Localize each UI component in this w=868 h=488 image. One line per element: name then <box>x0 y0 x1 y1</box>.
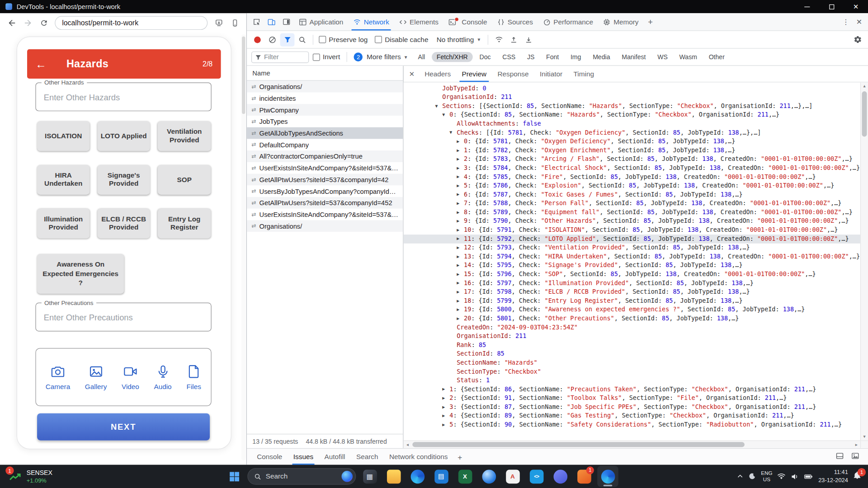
request-row[interactable]: ⇄PtwCompany <box>247 104 403 116</box>
language-indicator[interactable]: ENG US <box>761 470 772 483</box>
filter-chip-css[interactable]: CSS <box>497 52 520 62</box>
install-app-icon[interactable] <box>212 15 226 30</box>
next-button[interactable]: NEXT <box>37 413 210 441</box>
inspect-element-icon[interactable] <box>249 13 264 30</box>
filter-input[interactable] <box>264 53 299 61</box>
horizontal-scrollbar[interactable]: ◀ ▶ <box>404 441 860 448</box>
media-button-gallery[interactable]: Gallery <box>85 364 107 390</box>
horizontal-scrollbar-thumb[interactable] <box>412 442 745 447</box>
filter-chip-font[interactable]: Font <box>541 52 564 62</box>
drawer-tab-network-conditions[interactable]: Network conditions <box>384 449 453 465</box>
media-button-audio[interactable]: Audio <box>154 364 171 390</box>
media-panel-icon[interactable] <box>851 452 859 462</box>
json-tree-line[interactable]: ▼Checks: [{Id: 5781, Check: "Oxygen Defi… <box>404 128 860 137</box>
vertical-scrollbar-thumb[interactable] <box>862 91 867 136</box>
other-precautions-input[interactable] <box>36 303 211 331</box>
filter-chip-other[interactable]: Other <box>704 52 730 62</box>
close-button[interactable]: ✕ <box>844 0 868 13</box>
json-tree-line[interactable]: ▶1: {SectionId: 86, SectionName: "Precau… <box>404 385 860 394</box>
filter-toggle-button[interactable] <box>280 33 295 46</box>
hazard-option-button-hira-undertaken[interactable]: HIRA Undertaken <box>37 165 90 195</box>
hazard-option-button-loto-applied[interactable]: LOTO Applied <box>98 121 150 151</box>
json-tree-line[interactable]: ▶5: {SectionId: 90, SectionName: "Safety… <box>404 421 860 430</box>
filter-chip-ws[interactable]: WS <box>652 52 673 62</box>
media-button-files[interactable]: Files <box>186 364 201 390</box>
other-hazards-input[interactable] <box>36 83 211 111</box>
request-row[interactable]: ⇄GetAllJobTypesAndSections <box>247 127 403 139</box>
filter-chip-img[interactable]: Img <box>566 52 586 62</box>
wifi-icon[interactable] <box>778 472 786 480</box>
json-tree-line[interactable]: ▶8: {Id: 5789, Check: "Equipment fall", … <box>404 208 860 217</box>
json-tree-line[interactable]: ▶2: {Id: 5783, Check: "Arcing / Flash", … <box>404 155 860 164</box>
page-scrollbar[interactable] <box>241 34 246 460</box>
json-tree-line[interactable]: ▶6: {Id: 5787, Check: "Toxic Gases / Fum… <box>404 190 860 199</box>
json-tree-line[interactable]: ▶11: {Id: 5792, Check: "LOTO Applied", S… <box>404 235 860 244</box>
dock-side-icon[interactable] <box>279 13 294 30</box>
json-tree-line[interactable]: ▶16: {Id: 5797, Check: "Illumination Pro… <box>404 279 860 288</box>
request-row[interactable]: ⇄JobTypes <box>247 116 403 127</box>
filter-chip-wasm[interactable]: Wasm <box>675 52 702 62</box>
taskbar-app-microsoft-store-icon[interactable]: ▤ <box>431 466 452 487</box>
taskbar-app-photos-app-icon[interactable]: ▦ <box>359 466 381 487</box>
taskbar-app-blue-circle-app-icon[interactable] <box>550 466 571 487</box>
taskbar-app-edge-icon[interactable] <box>407 466 428 487</box>
filter-chip-all[interactable]: All <box>413 52 430 62</box>
clock[interactable]: 11:41 23-12-2024 <box>818 469 848 484</box>
taskbar-app-vscode-icon[interactable]: <> <box>526 466 547 487</box>
json-tree-line[interactable]: ▶9: {Id: 5790, Check: "Other Hazards", S… <box>404 217 860 226</box>
drawer-tab-issues[interactable]: Issues <box>288 449 319 465</box>
json-tree-line[interactable]: ▼Sections: [{SectionId: 85, SectionName:… <box>404 102 860 111</box>
more-filters-button[interactable]: More filters ▼ <box>367 53 408 61</box>
json-tree-line[interactable]: ▶4: {Id: 5785, Check: "Fire", SectionId:… <box>404 173 860 182</box>
hazard-option-button-isolation[interactable]: ISOLATION <box>37 121 90 151</box>
send-to-device-icon[interactable] <box>227 15 242 30</box>
devtools-close-icon[interactable]: ✕ <box>853 18 866 26</box>
media-button-camera[interactable]: Camera <box>46 364 70 390</box>
drawer-tab-console[interactable]: Console <box>251 449 288 465</box>
request-row[interactable]: ⇄DefaultCompany <box>247 139 403 150</box>
filter-chip-media[interactable]: Media <box>588 52 615 62</box>
taskbar-search[interactable]: Search <box>247 468 356 485</box>
maximize-button[interactable] <box>819 0 844 13</box>
minimize-button[interactable] <box>795 0 819 13</box>
request-row[interactable]: ⇄UserExistsInSiteAndCompany?&siteId=537&… <box>247 162 403 174</box>
taskbar-app-edge-browser-icon[interactable] <box>597 466 618 487</box>
device-toolbar-icon[interactable] <box>264 13 279 30</box>
request-row[interactable]: ⇄Organisations/ <box>247 220 403 232</box>
filter-input-box[interactable] <box>251 51 309 63</box>
export-har-icon[interactable] <box>522 33 536 46</box>
start-button[interactable] <box>224 466 244 486</box>
devtools-menu-icon[interactable]: ⋮ <box>839 18 852 26</box>
devtools-tab-application[interactable]: Application <box>294 13 348 30</box>
request-row[interactable]: ⇄All?contractorCompaniesOnly=true <box>247 150 403 162</box>
json-tree-line[interactable]: ▶4: {SectionId: 89, SectionName: "Gas Te… <box>404 412 860 421</box>
devtools-tab-sources[interactable]: Sources <box>492 13 538 30</box>
json-tree-line[interactable]: ▶20: {Id: 5801, Check: "Other Precaution… <box>404 314 860 324</box>
throttling-select[interactable]: No throttling ▼ <box>437 36 481 43</box>
request-row[interactable]: ⇄incidentsites <box>247 92 403 104</box>
scroll-left-icon[interactable]: ◀ <box>404 441 411 448</box>
preview-tab-timing[interactable]: Timing <box>568 66 599 82</box>
json-tree-line[interactable]: ▶15: {Id: 5796, Check: "SOP", SectionId:… <box>404 270 860 279</box>
preview-tab-initiator[interactable]: Initiator <box>534 66 568 82</box>
json-tree-line[interactable]: ▶2: {SectionId: 91, SectionName: "Toolbo… <box>404 394 860 403</box>
devtools-tab-network[interactable]: Network <box>348 13 394 30</box>
json-tree-line[interactable]: ▼0: {SectionId: 85, SectionName: "Hazard… <box>404 111 860 120</box>
invert-checkbox[interactable]: Invert <box>313 53 340 61</box>
devtools-tab-performance[interactable]: Performance <box>538 13 598 30</box>
preview-tab-response[interactable]: Response <box>492 66 534 82</box>
json-tree-line[interactable]: ▶12: {Id: 5793, Check: "Ventilation Prov… <box>404 244 860 253</box>
json-tree-line[interactable]: ▶14: {Id: 5795, Check: "Signage's Provid… <box>404 261 860 270</box>
reload-button[interactable] <box>37 15 51 30</box>
record-button[interactable] <box>250 33 264 46</box>
filter-chip-manifest[interactable]: Manifest <box>617 52 651 62</box>
address-bar[interactable]: localhost/permit-to-work <box>55 16 208 30</box>
devtools-tab-elements[interactable]: Elements <box>394 13 443 30</box>
volume-icon[interactable] <box>791 472 799 480</box>
network-conditions-icon[interactable] <box>491 33 506 46</box>
json-tree-line[interactable]: ▶17: {Id: 5798, Check: "ELCB / RCCB Prov… <box>404 288 860 297</box>
widgets-button[interactable]: 1 SENSEX +1.09% <box>2 465 59 488</box>
filter-chip-js[interactable]: JS <box>522 52 539 62</box>
preserve-log-checkbox[interactable]: Preserve log <box>319 36 368 43</box>
json-tree-line[interactable]: ▶3: {SectionId: 87, SectionName: "Job Sp… <box>404 403 860 412</box>
